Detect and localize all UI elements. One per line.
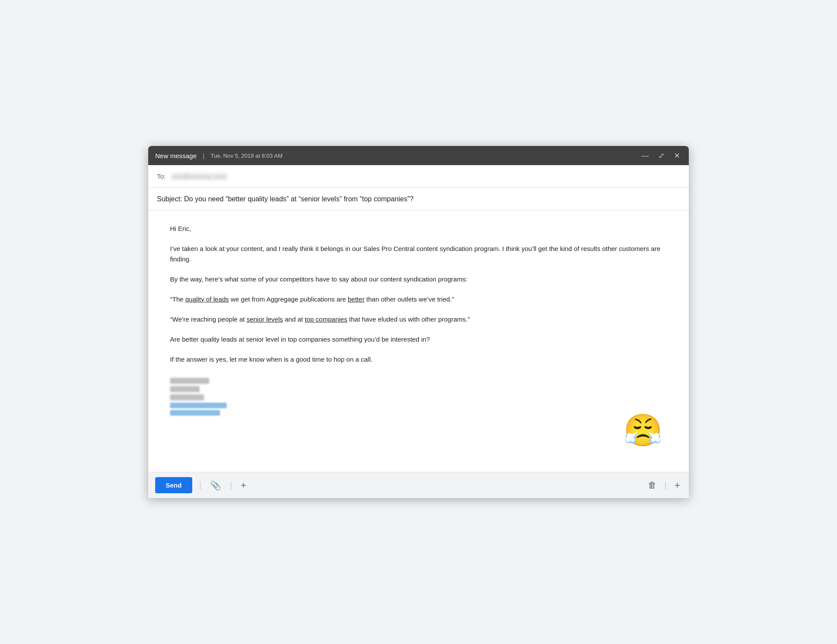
to-label: To: [157,173,166,180]
toolbar-sep-3: | [664,480,667,490]
titlebar-left: New message | Tue, Nov 5, 2019 at 8:03 A… [155,152,282,159]
titlebar-date: Tue, Nov 5, 2019 at 8:03 AM [211,153,282,159]
sig-name [170,378,209,384]
plus-icon: + [241,480,246,491]
quote2-link2[interactable]: top companies [305,315,347,323]
greeting: Hi Eric, [170,224,667,234]
body-para-4: If the answer is yes, let me know when i… [170,354,667,365]
quote1-prefix: “The [170,295,185,303]
maximize-button[interactable]: ⤢ [657,151,666,160]
subject-text: Subject: Do you need “better quality lea… [157,195,414,203]
subject-row: Subject: Do you need “better quality lea… [148,188,689,210]
toolbar: Send | 📎 | + 🗑 | + [148,472,689,498]
quote1-suffix: than other outlets we’ve tried.” [364,295,454,303]
body-quote-2: “We’re reaching people at senior levels … [170,314,667,325]
body-para-1: I’ve taken a look at your content, and I… [170,244,667,264]
quote1-mid: we get from Aggregage publications are [229,295,348,303]
body-quote-1: “The quality of leads we get from Aggreg… [170,294,667,305]
trash-icon: 🗑 [648,480,657,490]
quote2-mid: and at [283,315,305,323]
send-button[interactable]: Send [155,477,192,493]
toolbar-left: Send | 📎 | + [155,477,248,493]
attach-button[interactable]: 📎 [208,478,223,492]
toolbar-sep-2: | [230,480,232,490]
expand-icon: + [674,480,680,491]
quote2-suffix: that have eluded us with other programs.… [347,315,470,323]
delete-button[interactable]: 🗑 [646,478,658,492]
to-row: To: eric@science.com [148,165,689,188]
body-para-3: Are better quality leads at senior level… [170,334,667,345]
window-title: New message [155,152,197,159]
titlebar-divider: | [203,152,204,159]
close-button[interactable]: ✕ [672,151,682,160]
attach-icon: 📎 [210,480,221,491]
sig-email[interactable] [170,403,227,408]
to-email-field[interactable]: eric@science.com [171,173,228,180]
body-para-2: By the way, here’s what some of your com… [170,274,667,285]
quote2-prefix: “We’re reaching people at [170,315,247,323]
angry-emoji: 😤 [623,414,663,446]
expand-button[interactable]: + [673,478,682,493]
sig-website[interactable] [170,410,220,416]
signature-block [170,378,667,416]
titlebar-actions: — ⤢ ✕ [640,151,682,160]
titlebar: New message | Tue, Nov 5, 2019 at 8:03 A… [148,146,689,165]
more-options-button[interactable]: + [239,478,248,493]
sig-title [170,386,200,392]
toolbar-sep-1: | [199,480,201,490]
minimize-button[interactable]: — [640,151,650,160]
compose-window: New message | Tue, Nov 5, 2019 at 8:03 A… [148,146,689,498]
body-area[interactable]: Hi Eric, I’ve taken a look at your conte… [148,210,689,472]
quote1-link1[interactable]: quality of leads [185,295,229,303]
quote2-link1[interactable]: senior levels [247,315,283,323]
toolbar-right: 🗑 | + [646,478,682,493]
sig-company [170,394,204,400]
quote1-link2[interactable]: better [348,295,364,303]
